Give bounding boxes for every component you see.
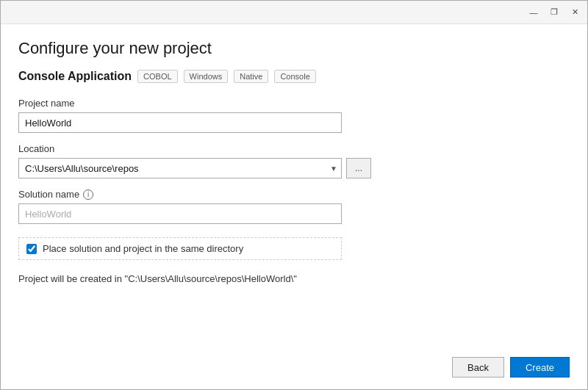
app-name-label: Console Application — [18, 70, 132, 83]
tag-native: Native — [234, 70, 268, 83]
title-bar: — ❐ ✕ — [1, 1, 587, 24]
location-label: Location — [18, 143, 570, 154]
create-button[interactable]: Create — [510, 357, 570, 378]
location-row: C:\Users\Allu\source\repos ▼ ... — [18, 158, 570, 178]
restore-button[interactable]: ❐ — [545, 5, 564, 20]
solution-name-group: Solution name i — [18, 189, 570, 224]
project-name-input[interactable] — [18, 112, 342, 133]
footer: Back Create — [1, 348, 587, 389]
app-name-row: Console Application COBOL Windows Native… — [18, 70, 570, 83]
same-directory-row: Place solution and project in the same d… — [18, 237, 342, 260]
form: Project name Location C:\Users\Allu\sour… — [18, 98, 570, 284]
project-name-label: Project name — [18, 98, 570, 109]
tag-cobol: COBOL — [137, 70, 178, 83]
same-directory-label: Place solution and project in the same d… — [43, 243, 243, 254]
main-content: Configure your new project Console Appli… — [1, 24, 587, 348]
solution-name-input[interactable] — [18, 203, 342, 224]
info-icon[interactable]: i — [83, 189, 93, 200]
tag-console: Console — [274, 70, 315, 83]
location-select-wrapper: C:\Users\Allu\source\repos ▼ — [18, 158, 342, 178]
close-button[interactable]: ✕ — [565, 5, 584, 20]
location-select[interactable]: C:\Users\Allu\source\repos — [18, 158, 342, 178]
project-path-note: Project will be created in "C:\Users\All… — [18, 273, 570, 284]
page-title: Configure your new project — [18, 39, 570, 58]
browse-button[interactable]: ... — [346, 158, 371, 178]
main-window: — ❐ ✕ Configure your new project Console… — [0, 0, 588, 390]
solution-name-label: Solution name i — [18, 189, 570, 200]
window-controls: — ❐ ✕ — [524, 5, 584, 20]
back-button[interactable]: Back — [452, 357, 504, 378]
location-group: Location C:\Users\Allu\source\repos ▼ ..… — [18, 143, 570, 178]
project-name-group: Project name — [18, 98, 570, 133]
same-directory-checkbox[interactable] — [26, 244, 37, 254]
minimize-button[interactable]: — — [524, 5, 543, 20]
tag-windows: Windows — [184, 70, 229, 83]
